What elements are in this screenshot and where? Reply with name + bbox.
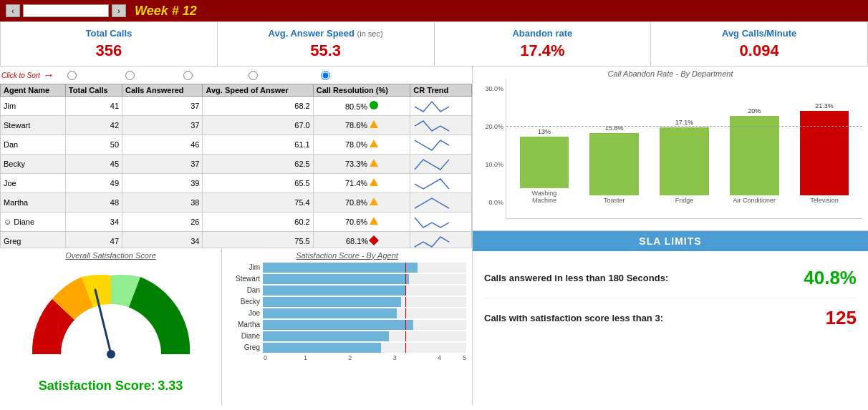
cell-speed: 67.0 [203, 115, 313, 135]
hbar-fill [263, 331, 389, 341]
cell-name: Jim [1, 96, 66, 115]
header-title: Week # 12 [135, 4, 197, 19]
cell-speed: 65.5 [203, 173, 313, 192]
status-yellow-icon [370, 197, 378, 205]
cell-total: 50 [65, 135, 122, 154]
vchart-bar [800, 111, 849, 195]
cell-trend [410, 212, 472, 231]
status-yellow-icon [370, 140, 378, 147]
hbar-container [263, 320, 466, 330]
sla-label-1: Calls answered in less than 180 Seconds: [484, 273, 804, 283]
abandon-rate-chart-area: Call Abandon Rate - By Department 30.0% … [473, 67, 868, 231]
sparkline-svg [413, 97, 456, 113]
vchart-bars: 13% Washing Machine 15.8% Toaster 17.1% … [506, 79, 862, 204]
sort-radio-total[interactable] [125, 71, 135, 80]
sla-header: SLA LIMITS [473, 231, 868, 251]
hbar-dashed-line [405, 331, 406, 341]
table-row: Martha 48 38 75.4 70.8% [1, 192, 472, 212]
kpi-avg-speed-suffix: (in sec) [357, 29, 383, 38]
cell-name: Joe [1, 173, 66, 192]
sparkline-svg [413, 175, 456, 190]
vchart-bar-value: 13% [538, 128, 551, 135]
table-row: Joe 49 39 65.5 71.4% [1, 173, 472, 192]
gauge-score-label: Satisfaction Score: [39, 379, 155, 393]
vchart-bar-label: Toaster [604, 197, 625, 204]
vchart-bar-label: Television [810, 197, 839, 204]
cell-answered: 37 [122, 154, 203, 173]
cell-cr: 70.8% [313, 192, 410, 212]
col-calls-answered: Calls Answered [122, 84, 203, 96]
kpi-avg-answer-speed-label: Avg. Answer Speed (in sec) [221, 28, 431, 39]
sort-arrow-icon: → [43, 69, 54, 82]
col-cr-trend: CR Trend [410, 84, 472, 96]
y-label-30: 30.0% [485, 85, 503, 92]
cell-answered: 26 [122, 212, 203, 231]
col-total-calls: Total Calls [65, 84, 122, 96]
vchart-bar [730, 116, 779, 195]
sort-radio-speed[interactable] [249, 71, 258, 80]
kpi-avg-calls-min: Avg Calls/Minute 0.094 [651, 22, 867, 66]
hbar-fill [263, 308, 397, 318]
cell-cr: 78.6% [313, 115, 410, 135]
gauge-svg [18, 261, 204, 376]
bottom-left-panels: Overall Satisfaction Score [0, 248, 472, 405]
abandon-rate-chart-title: Call Abandon Rate - By Department [478, 69, 862, 78]
nav-prev-button[interactable]: ‹ [6, 4, 20, 17]
sparkline-svg [413, 136, 456, 152]
week-input[interactable] [23, 4, 109, 17]
cell-speed: 62.5 [203, 154, 313, 173]
cell-total: 49 [65, 173, 122, 192]
cell-speed: 68.2 [203, 96, 313, 115]
hbar-container [263, 343, 466, 353]
cell-total: 41 [65, 96, 122, 115]
vchart-bar-wrap: 20% Air Conditioner [723, 85, 785, 204]
hbar-container [263, 274, 466, 284]
col-cr: Call Resolution (%) [313, 84, 410, 96]
right-panel: Call Abandon Rate - By Department 30.0% … [473, 67, 868, 405]
cell-cr: 78.0% [313, 135, 410, 154]
hbar-dashed-line [405, 320, 406, 330]
hbar-row: Martha [228, 320, 466, 330]
sla-section: SLA LIMITS Calls answered in less than 1… [473, 231, 868, 405]
hbar-dashed-line [405, 343, 406, 353]
header: ‹ › Week # 12 [0, 0, 868, 21]
hbar-row: Dan [228, 285, 466, 296]
satisfaction-bar-panel: Satisfaction Score - By Agent JimStewart… [222, 248, 472, 405]
agent-table: Agent Name Total Calls Calls Answered Av… [0, 84, 472, 248]
kpi-abandon-rate-label: Abandon rate [438, 28, 648, 39]
cell-total: 45 [65, 154, 122, 173]
vchart-bar [589, 133, 639, 195]
cell-total: 48 [65, 192, 122, 212]
cell-cr: 73.3% [313, 154, 410, 173]
sla-title: SLA LIMITS [481, 235, 859, 247]
hbar-fill [263, 285, 405, 296]
hbar-agent-label: Jim [228, 263, 260, 271]
agent-table-container: Agent Name Total Calls Calls Answered Av… [0, 84, 472, 248]
gauge-title: Overall Satisfaction Score [65, 251, 156, 260]
kpi-avg-calls-min-value: 0.094 [654, 42, 864, 60]
table-row: Stewart 42 37 67.0 78.6% [1, 115, 472, 135]
y-label-10: 10.0% [485, 161, 503, 168]
cell-speed: 61.1 [203, 135, 313, 154]
table-row: Jim 41 37 68.2 80.5% [1, 96, 472, 115]
satisfaction-bar-title: Satisfaction Score - By Agent [228, 251, 466, 260]
sla-row-2: Calls with satisfaction score less than … [484, 298, 857, 338]
sort-radio-name[interactable] [67, 71, 77, 80]
sort-radio-answered[interactable] [183, 71, 193, 80]
cell-answered: 46 [122, 135, 203, 154]
hbar-container [263, 285, 466, 296]
cell-trend [410, 115, 472, 135]
vchart-area: 13% Washing Machine 15.8% Toaster 17.1% … [506, 79, 862, 219]
cell-total: 47 [65, 231, 122, 248]
kpi-abandon-rate-value: 17.4% [438, 42, 648, 60]
nav-next-button[interactable]: › [112, 4, 126, 17]
hbar-agent-label: Greg [228, 343, 260, 351]
gauge-pivot [107, 350, 115, 358]
sort-radio-cr[interactable] [321, 71, 330, 80]
sla-content: Calls answered in less than 180 Seconds:… [473, 251, 868, 345]
cell-answered: 37 [122, 96, 203, 115]
status-yellow-icon [370, 159, 378, 167]
main-content: Click to Sort → Agent Name Total Calls C… [0, 67, 868, 405]
hbar-dashed-line [405, 274, 406, 284]
hbar-row: Stewart [228, 274, 466, 284]
